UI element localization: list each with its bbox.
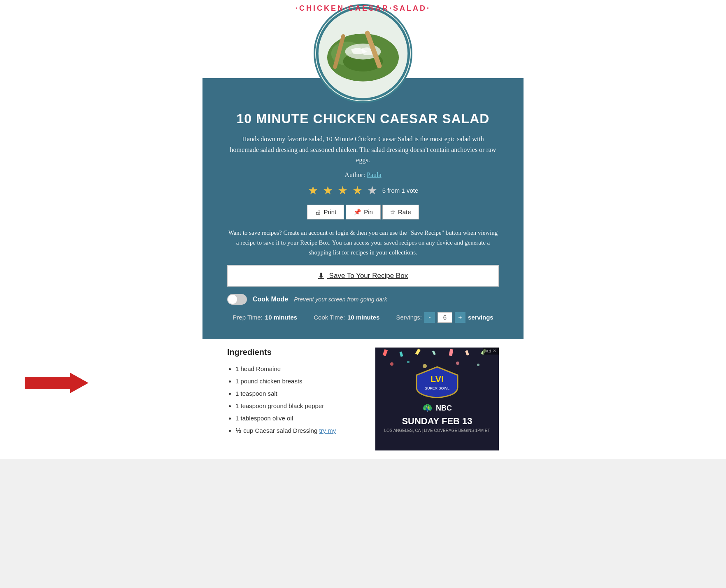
- rating-text: 5 from 1 vote: [382, 187, 419, 194]
- star-rating[interactable]: ★ ★ ★ ★ ★: [308, 184, 378, 197]
- recipe-meta: Prep Time: 10 minutes Cook Time: 10 minu…: [227, 312, 499, 323]
- print-button[interactable]: 🖨 Print: [307, 205, 344, 219]
- star-5[interactable]: ★: [367, 184, 378, 197]
- nbc-logo: 🦚 NBC: [422, 403, 452, 413]
- star-1[interactable]: ★: [308, 184, 319, 197]
- servings-control: - +: [424, 312, 465, 323]
- recipe-image: [314, 4, 412, 103]
- page-wrapper: ·CHICKEN·CAESAR·SALAD·: [0, 0, 726, 459]
- svg-point-17: [390, 362, 393, 366]
- author-link[interactable]: Paula: [367, 171, 382, 178]
- servings-unit: servings: [468, 314, 493, 321]
- download-icon: ⬇: [318, 272, 324, 280]
- arrow-annotation: [25, 371, 91, 395]
- prep-time: Prep Time: 10 minutes: [233, 312, 297, 323]
- svg-text:LVI: LVI: [430, 374, 444, 384]
- star-2[interactable]: ★: [323, 184, 334, 197]
- servings-decrease-button[interactable]: -: [424, 312, 435, 323]
- pin-button[interactable]: 📌 Pin: [346, 205, 381, 219]
- ad-date: SUNDAY FEB 13: [402, 416, 472, 427]
- cook-mode-description: Prevent your screen from going dark: [294, 296, 387, 303]
- star-4[interactable]: ★: [352, 184, 363, 197]
- bottom-section: Ingredients 1 head Romaine 1 pound chick…: [202, 339, 524, 459]
- recipe-hero: ·CHICKEN·CAESAR·SALAD·: [0, 0, 726, 339]
- recipe-description: Hands down my favorite salad, 10 Minute …: [227, 134, 499, 166]
- servings-increase-button[interactable]: +: [455, 312, 465, 323]
- svg-rect-12: [415, 348, 421, 355]
- save-note: Want to save recipes? Create an account …: [227, 228, 499, 257]
- ad-box: Ad ✕ LVI SUPER BOWL: [375, 348, 499, 450]
- super-bowl-emblem: LVI SUPER BOWL: [412, 365, 462, 399]
- cook-time-value: 10 minutes: [347, 314, 379, 321]
- ad-label: Ad: [486, 348, 491, 354]
- recipe-author: Author: Paula: [227, 171, 499, 179]
- svg-point-18: [407, 361, 410, 363]
- action-buttons: 🖨 Print 📌 Pin ☆ Rate: [227, 205, 499, 219]
- svg-rect-10: [383, 349, 388, 356]
- svg-rect-15: [465, 350, 469, 355]
- cook-time: Cook Time: 10 minutes: [314, 312, 379, 323]
- svg-rect-13: [432, 350, 436, 355]
- cook-mode-label: Cook Mode: [253, 296, 288, 303]
- print-icon: 🖨: [315, 208, 321, 215]
- ad-location: LOS ANGELES, CA | LIVE COVERAGE BEGINS 1…: [384, 428, 490, 433]
- list-item: 1 head Romaine: [235, 363, 363, 375]
- recipe-title: 10 MINUTE CHICKEN CAESAR SALAD: [227, 111, 499, 126]
- svg-rect-11: [400, 351, 403, 357]
- list-item: 1 pound chicken breasts: [235, 375, 363, 387]
- svg-point-21: [477, 364, 479, 366]
- servings-input[interactable]: [437, 312, 452, 323]
- title-ribbon: ·CHICKEN·CAESAR·SALAD·: [295, 4, 431, 13]
- pin-icon: 📌: [354, 208, 361, 216]
- cook-mode-row: Cook Mode Prevent your screen from going…: [227, 294, 499, 305]
- toggle-knob: [228, 295, 237, 304]
- svg-point-20: [456, 362, 459, 365]
- servings: Servings: - + servings: [396, 312, 493, 323]
- svg-text:SUPER BOWL: SUPER BOWL: [425, 386, 449, 390]
- ingredients-list: 1 head Romaine 1 pound chicken breasts 1…: [227, 363, 363, 437]
- prep-time-value: 10 minutes: [265, 314, 297, 321]
- list-item: 1 teaspoon ground black pepper: [235, 400, 363, 412]
- star-3[interactable]: ★: [337, 184, 349, 197]
- list-item: 1 tablespoon olive oil: [235, 412, 363, 425]
- svg-marker-0: [25, 373, 88, 393]
- ad-header: Ad ✕: [483, 348, 499, 355]
- star-icon: ☆: [390, 208, 396, 216]
- rating-row: ★ ★ ★ ★ ★ 5 from 1 vote: [227, 184, 499, 197]
- list-item: ⅓ cup Caesar salad Dressing try my: [235, 425, 363, 437]
- rate-button[interactable]: ☆ Rate: [382, 205, 419, 219]
- ingredients-title: Ingredients: [227, 348, 363, 357]
- save-recipe-button[interactable]: ⬇ Save To Your Recipe Box: [227, 265, 499, 287]
- list-item: 1 teaspoon salt: [235, 387, 363, 400]
- advertisement-column: Ad ✕ LVI SUPER BOWL: [375, 348, 499, 450]
- ingredients-column: Ingredients 1 head Romaine 1 pound chick…: [227, 348, 363, 450]
- try-my-link[interactable]: try my: [319, 427, 336, 434]
- arrow-icon: [25, 371, 91, 395]
- cook-mode-toggle[interactable]: [227, 294, 247, 305]
- recipe-card: 10 MINUTE CHICKEN CAESAR SALAD Hands dow…: [202, 78, 524, 339]
- ad-close-icon[interactable]: ✕: [493, 348, 496, 354]
- svg-rect-14: [449, 349, 454, 356]
